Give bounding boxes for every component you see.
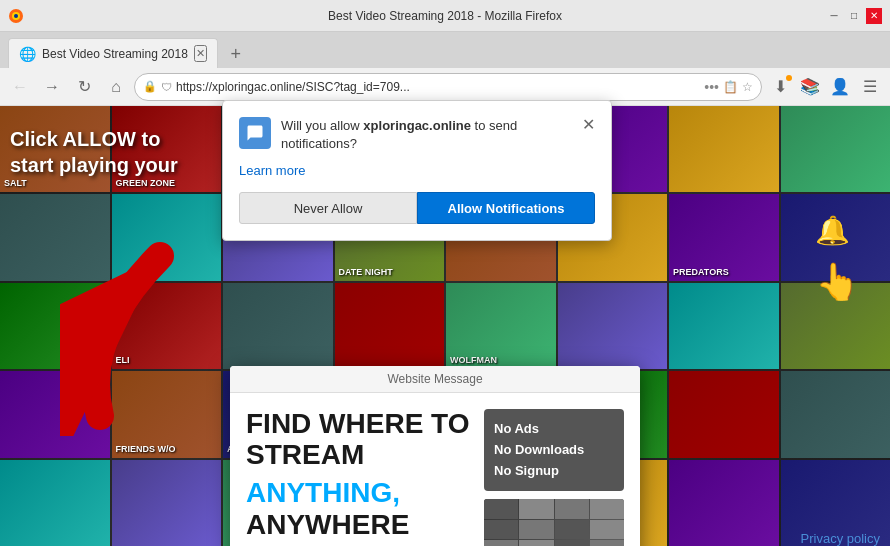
website-message-popup: Website Message FIND WHERE TO STREAM ANY… bbox=[230, 366, 640, 546]
minimize-button[interactable]: ─ bbox=[826, 8, 842, 24]
new-tab-button[interactable]: + bbox=[222, 40, 250, 68]
home-button[interactable]: ⌂ bbox=[102, 73, 130, 101]
window-controls: ─ □ ✕ bbox=[826, 8, 882, 24]
wm-title: FIND WHERE TO STREAM bbox=[246, 409, 472, 471]
sync-button[interactable]: 👤 bbox=[826, 73, 854, 101]
wm-preview-image bbox=[484, 499, 624, 546]
popup-message-text: Will you allow xploringac.online to send… bbox=[281, 117, 572, 153]
tab-bar: 🌐 Best Video Streaming 2018 ✕ + bbox=[0, 32, 890, 68]
wm-badge-line2: No Downloads bbox=[494, 440, 614, 461]
close-button[interactable]: ✕ bbox=[866, 8, 882, 24]
wm-subtitle: ANYTHING, ANYWHERE bbox=[246, 477, 472, 541]
website-message-header: Website Message bbox=[230, 366, 640, 393]
wm-badge-line3: No Signup bbox=[494, 461, 614, 482]
never-allow-button[interactable]: Never Allow bbox=[239, 192, 417, 224]
hand-cursor-icon: 👆 bbox=[815, 261, 860, 303]
firefox-icon bbox=[8, 8, 24, 24]
maximize-button[interactable]: □ bbox=[846, 8, 862, 24]
popup-buttons: Never Allow Allow Notifications bbox=[239, 192, 595, 224]
forward-button[interactable]: → bbox=[38, 73, 66, 101]
wm-subtitle-colored: ANYTHING, bbox=[246, 477, 400, 508]
bell-notification-icon: 🔔 bbox=[815, 214, 850, 247]
popup-message-before: Will you allow bbox=[281, 118, 363, 133]
left-overlay-text: Click ALLOW to start playing your bbox=[10, 126, 178, 178]
website-message-body: FIND WHERE TO STREAM ANYTHING, ANYWHERE … bbox=[230, 393, 640, 546]
popup-header: Will you allow xploringac.online to send… bbox=[239, 117, 595, 153]
popup-close-button[interactable]: ✕ bbox=[582, 117, 595, 133]
tab-label: Best Video Streaming 2018 bbox=[42, 47, 188, 61]
url-display: https://xploringac.online/SISC?tag_id=70… bbox=[176, 80, 700, 94]
wm-badge: No Ads No Downloads No Signup bbox=[484, 409, 624, 491]
wm-subtitle-dark: ANYWHERE bbox=[246, 509, 409, 540]
privacy-policy-link[interactable]: Privacy policy bbox=[801, 531, 880, 546]
back-button[interactable]: ← bbox=[6, 73, 34, 101]
popup-domain: xploringac.online bbox=[363, 118, 471, 133]
learn-more-link[interactable]: Learn more bbox=[239, 163, 595, 178]
nav-right-actions: ⬇ 📚 👤 ☰ bbox=[766, 73, 884, 101]
svg-point-2 bbox=[14, 14, 18, 18]
allow-notifications-button[interactable]: Allow Notifications bbox=[417, 192, 595, 224]
downloads-notification-dot bbox=[786, 75, 792, 81]
wm-right-content: No Ads No Downloads No Signup bbox=[484, 409, 624, 546]
tracking-icon: 🛡 bbox=[161, 81, 172, 93]
menu-button[interactable]: ☰ bbox=[856, 73, 884, 101]
reload-button[interactable]: ↻ bbox=[70, 73, 98, 101]
active-tab[interactable]: 🌐 Best Video Streaming 2018 ✕ bbox=[8, 38, 218, 68]
library-button[interactable]: 📚 bbox=[796, 73, 824, 101]
popup-chat-icon bbox=[239, 117, 271, 149]
security-icon: 🔒 bbox=[143, 80, 157, 93]
tab-favicon: 🌐 bbox=[19, 46, 36, 62]
wm-left-content: FIND WHERE TO STREAM ANYTHING, ANYWHERE … bbox=[246, 409, 472, 546]
title-bar: Best Video Streaming 2018 - Mozilla Fire… bbox=[0, 0, 890, 32]
bookmark-icon: ☆ bbox=[742, 80, 753, 94]
wm-badge-line1: No Ads bbox=[494, 419, 614, 440]
notification-popup: Will you allow xploringac.online to send… bbox=[222, 100, 612, 241]
more-options-icon: ••• bbox=[704, 79, 719, 95]
address-bar[interactable]: 🔒 🛡 https://xploringac.online/SISC?tag_i… bbox=[134, 73, 762, 101]
click-allow-text: Click ALLOW to bbox=[10, 126, 178, 152]
pocket-icon: 📋 bbox=[723, 80, 738, 94]
window-title: Best Video Streaming 2018 - Mozilla Fire… bbox=[328, 9, 562, 23]
click-allow-text2: start playing your bbox=[10, 152, 178, 178]
downloads-button[interactable]: ⬇ bbox=[766, 73, 794, 101]
tab-close-button[interactable]: ✕ bbox=[194, 45, 207, 62]
